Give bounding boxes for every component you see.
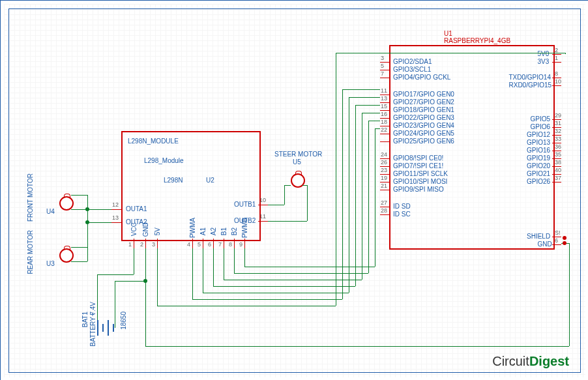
pin-line-v: [157, 239, 158, 248]
junction: [143, 279, 147, 283]
pi-pin-num: 37: [555, 175, 561, 181]
pi-pin-num: 35: [555, 151, 561, 158]
wire: [71, 261, 87, 262]
u2-ref: U2: [206, 177, 214, 184]
wire: [97, 274, 98, 320]
wire: [268, 221, 307, 222]
wire: [203, 248, 203, 293]
pi-pin-num: 26: [381, 159, 387, 166]
pin-num-b2: 8: [229, 241, 232, 248]
pi-pin-name: ID SC: [393, 211, 411, 218]
pi-pin-name: GPIO8/!SPI CE0!: [393, 154, 443, 162]
pi-pin-name: GPIO22/GPIO GEN3: [393, 114, 454, 121]
bat1-ref: BAT1: [81, 312, 89, 327]
pi-pin-num: 27: [381, 199, 387, 206]
pi-pin-name: GPIO25/GPIO GEN6: [393, 138, 454, 145]
pi-pin-name: GPIO5: [531, 115, 551, 123]
pi-pin-name: GPIO26: [527, 178, 550, 185]
wire: [87, 209, 111, 210]
wire: [87, 222, 111, 223]
pin-num-outb1: 10: [259, 197, 266, 203]
wire: [355, 105, 356, 286]
logo-text1: Circuit: [492, 354, 529, 368]
wire: [97, 274, 134, 275]
bat-plus: +: [91, 311, 95, 318]
pi-pin-num: 28: [381, 207, 387, 214]
wire: [157, 248, 158, 306]
wire: [224, 280, 362, 280]
wire: [157, 306, 336, 306]
wire: [349, 97, 349, 293]
pin-gnd: GND: [142, 222, 149, 237]
pin-outa1: OUTA1: [126, 205, 147, 212]
pin-line: [258, 205, 268, 205]
pin-line-v: [134, 239, 134, 248]
wire: [307, 185, 308, 221]
pi-pin-name: GPIO11/SPI SCLK: [393, 170, 448, 177]
wire: [362, 113, 380, 113]
wire: [213, 286, 355, 287]
junction: [563, 236, 566, 240]
wire: [115, 281, 145, 282]
wire: [302, 185, 307, 186]
pi-pin-line: [552, 85, 561, 86]
wire: [71, 247, 87, 248]
wire: [87, 222, 88, 261]
pi-pin-name: GPIO13: [527, 139, 550, 146]
pi-pin-num: 6: [555, 237, 558, 244]
pi-pin-num: 40: [555, 167, 561, 173]
wire: [192, 299, 342, 300]
pin-num-pwmb: 9: [239, 241, 243, 248]
wire: [145, 281, 146, 346]
pin-num-a2: 6: [208, 241, 211, 248]
wire: [213, 248, 214, 286]
wire: [244, 248, 245, 267]
rear-motor-label: REAR MOTOR: [27, 230, 34, 274]
pin-num-outa2: 13: [112, 214, 119, 221]
u2-sub1: L298_Module: [144, 157, 184, 164]
pin-b1: B1: [220, 227, 228, 235]
pi-pin-num: 1: [555, 55, 558, 61]
u4-ref: U4: [46, 208, 55, 215]
pi-pin-num: 23: [381, 167, 387, 173]
wire: [368, 121, 369, 273]
bat1-name: BATTERY 7.4V: [89, 302, 96, 346]
pi-pin-line: [380, 190, 389, 190]
wire: [145, 248, 146, 281]
pin-pwmb: PWMB: [241, 218, 248, 238]
pi-pin-line: [380, 141, 389, 142]
pi-pin-num: 16: [381, 111, 387, 117]
pi-pin-line: [380, 214, 389, 215]
pi-pin-line: [552, 182, 561, 183]
pi-pin-line: [552, 62, 561, 63]
pi-pin-num: 22: [381, 126, 387, 133]
rear-motor-u3: [59, 248, 74, 263]
pin-num-vcc: 1: [128, 241, 132, 248]
pin-line-v: [203, 239, 203, 248]
pi-pin-num: 7: [381, 70, 384, 77]
pin-a1: A1: [199, 227, 207, 235]
pin-num-a1: 5: [198, 241, 201, 248]
pi-pin-name: GND: [538, 241, 552, 248]
wire: [71, 195, 87, 196]
pi-pin-name: GPIO7/!SPI CE1!: [393, 162, 443, 169]
pin-b2: B2: [231, 227, 238, 235]
pi-pin-num: 31: [555, 120, 561, 126]
u5-name: STEER MOTOR: [274, 151, 322, 158]
pi-pin-num: 13: [381, 95, 387, 102]
pi-pin-num: 8: [555, 70, 558, 77]
pin-line: [111, 222, 121, 223]
pin-outb1: OUTB1: [234, 201, 256, 208]
u2-sub2: L298N: [164, 177, 183, 184]
wire: [565, 53, 566, 54]
wire: [368, 121, 380, 121]
pin-line-v: [244, 239, 245, 248]
wire: [375, 128, 375, 267]
circuitdigest-logo: CircuitDigest: [492, 354, 569, 369]
wire: [224, 248, 224, 280]
u1-ref: U1: [444, 30, 452, 37]
pi-pin-num: 11: [381, 87, 387, 94]
pin-line-v: [234, 239, 235, 248]
pi-pin-name: GPIO18/GPIO GEN1: [393, 106, 454, 113]
pi-pin-name: GPIO19: [527, 154, 550, 162]
